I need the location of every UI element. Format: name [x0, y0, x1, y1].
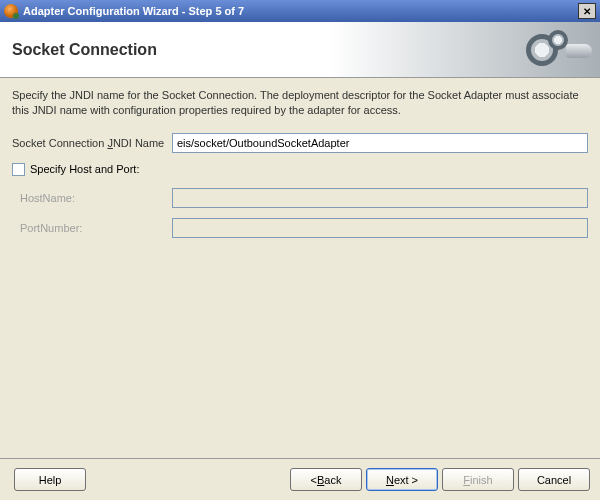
close-icon[interactable]: ✕	[578, 3, 596, 19]
portnumber-label: PortNumber:	[20, 222, 172, 234]
portnumber-input	[172, 218, 588, 238]
content-area: Specify the JNDI name for the Socket Con…	[0, 78, 600, 458]
socket-gear-icon	[526, 30, 586, 70]
wizard-header: Socket Connection	[0, 22, 600, 78]
footer: Help < Back Next > Finish Cancel	[0, 458, 600, 500]
hostname-input	[172, 188, 588, 208]
jndi-name-input[interactable]	[172, 133, 588, 153]
page-title: Socket Connection	[12, 41, 157, 59]
jndi-name-label: Socket Connection JNDI Name	[12, 137, 172, 149]
jndi-name-row: Socket Connection JNDI Name	[12, 133, 588, 153]
finish-button: Finish	[442, 468, 514, 491]
description-text: Specify the JNDI name for the Socket Con…	[12, 88, 588, 119]
app-icon	[4, 4, 18, 18]
specify-host-port-checkbox[interactable]	[12, 163, 25, 176]
titlebar: Adapter Configuration Wizard - Step 5 of…	[0, 0, 600, 22]
specify-host-port-label: Specify Host and Port:	[30, 163, 139, 175]
help-button[interactable]: Help	[14, 468, 86, 491]
specify-host-port-row: Specify Host and Port:	[12, 163, 588, 176]
hostname-label: HostName:	[20, 192, 172, 204]
cancel-button[interactable]: Cancel	[518, 468, 590, 491]
next-button[interactable]: Next >	[366, 468, 438, 491]
back-button[interactable]: < Back	[290, 468, 362, 491]
window-title: Adapter Configuration Wizard - Step 5 of…	[23, 5, 578, 17]
host-port-group: HostName: PortNumber:	[20, 188, 588, 238]
